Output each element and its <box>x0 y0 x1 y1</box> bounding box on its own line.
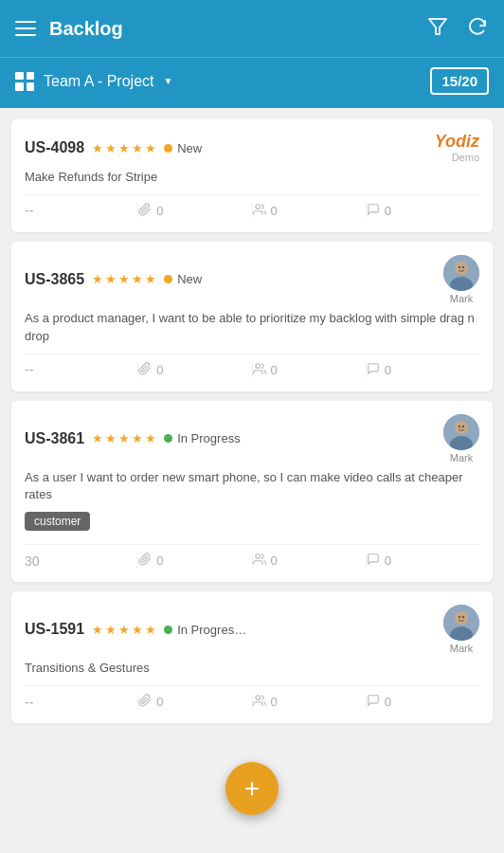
backlog-list: US-4098 ★★★★★ New Yodiz Demo Make Refund… <box>0 108 504 735</box>
comments-count: 0 <box>367 553 479 569</box>
project-name: Team A - Project <box>44 73 154 90</box>
status-dot <box>164 434 172 443</box>
tasks-value: 0 <box>271 204 278 218</box>
avatar <box>443 605 479 641</box>
card-id: US-3865 <box>25 271 84 288</box>
assignee-avatar: Mark <box>443 255 479 304</box>
avatar <box>443 255 479 291</box>
comments-value: 0 <box>385 695 391 709</box>
card-item[interactable]: US-4098 ★★★★★ New Yodiz Demo Make Refund… <box>11 119 493 232</box>
card-header: US-1591 ★★★★★ In Progres… Mark <box>25 605 479 654</box>
card-description: Transitions & Gestures <box>25 660 479 678</box>
status-text: New <box>177 141 202 155</box>
comments-count: 0 <box>367 694 479 710</box>
sub-header: Team A - Project ▼ 15/20 <box>0 57 504 108</box>
story-points-value: 30 <box>25 554 40 569</box>
comments-icon <box>367 694 380 710</box>
comments-value: 0 <box>385 204 391 218</box>
filter-icon[interactable] <box>426 15 449 42</box>
svg-point-15 <box>455 611 468 625</box>
story-points: -- <box>25 695 137 710</box>
attachment-icon <box>138 362 152 378</box>
tasks-icon <box>253 553 266 569</box>
card-description: As a user I want to order new smart phon… <box>25 469 479 505</box>
status-text: In Progress <box>177 431 240 445</box>
svg-point-11 <box>459 425 460 426</box>
svg-point-6 <box>462 266 464 268</box>
card-header: US-4098 ★★★★★ New Yodiz Demo <box>25 133 479 163</box>
comments-icon <box>367 203 380 219</box>
attachment-value: 0 <box>156 363 163 377</box>
comments-value: 0 <box>385 554 391 568</box>
story-points: 30 <box>25 554 137 569</box>
attachment-value: 0 <box>156 204 163 218</box>
comments-count: 0 <box>367 362 479 378</box>
attachment-value: 0 <box>156 695 163 709</box>
attachment-icon <box>138 694 152 710</box>
svg-point-9 <box>455 421 468 434</box>
card-id: US-4098 <box>25 139 84 156</box>
status-badge: New <box>164 141 202 155</box>
comments-count: 0 <box>367 203 479 219</box>
project-selector[interactable]: Team A - Project ▼ <box>15 72 172 91</box>
status-badge: In Progress <box>164 431 240 445</box>
card-tag: customer <box>25 512 90 531</box>
card-item[interactable]: US-3865 ★★★★★ New Mark As a product mana… <box>11 242 493 391</box>
attachments-count: 0 <box>138 203 251 219</box>
card-id: US-3861 <box>25 430 84 447</box>
assignee-name: Mark <box>450 452 473 463</box>
status-dot <box>164 626 172 634</box>
sprint-counter: 15/20 <box>430 67 489 95</box>
svg-point-13 <box>255 554 260 559</box>
svg-point-12 <box>462 425 464 426</box>
card-stars: ★★★★★ <box>92 431 156 445</box>
menu-icon[interactable] <box>15 21 36 36</box>
tasks-icon <box>253 362 266 378</box>
comments-icon <box>367 362 380 378</box>
tasks-value: 0 <box>271 695 278 709</box>
card-footer: -- 0 0 0 <box>25 685 479 710</box>
page-title: Backlog <box>49 18 426 40</box>
card-id-section: US-4098 ★★★★★ New <box>25 139 202 156</box>
attachments-count: 0 <box>138 553 251 569</box>
status-dot <box>164 275 172 283</box>
card-stars: ★★★★★ <box>92 141 156 155</box>
story-points: -- <box>25 203 137 218</box>
story-points: -- <box>25 362 137 377</box>
card-id-section: US-3861 ★★★★★ In Progress <box>25 430 241 447</box>
tasks-count: 0 <box>253 203 366 219</box>
attachment-icon <box>138 553 152 569</box>
svg-point-1 <box>255 205 260 209</box>
svg-point-3 <box>455 262 468 275</box>
card-stars: ★★★★★ <box>92 623 156 637</box>
card-id-section: US-3865 ★★★★★ New <box>25 271 202 288</box>
card-header: US-3865 ★★★★★ New Mark <box>25 255 479 304</box>
refresh-icon[interactable] <box>466 15 489 42</box>
grid-icon <box>15 72 34 91</box>
tasks-value: 0 <box>271 554 278 568</box>
tasks-icon <box>253 694 266 710</box>
comments-icon <box>367 553 380 569</box>
tasks-count: 0 <box>253 694 366 710</box>
card-item[interactable]: US-1591 ★★★★★ In Progres… Mark Transitio… <box>11 591 493 723</box>
attachments-count: 0 <box>138 694 251 710</box>
card-id-section: US-1591 ★★★★★ In Progres… <box>25 621 246 638</box>
dropdown-arrow-icon: ▼ <box>164 76 173 86</box>
story-points-value: -- <box>25 203 33 218</box>
add-fab-button[interactable]: + <box>225 762 279 815</box>
card-item[interactable]: US-3861 ★★★★★ In Progress Mark As a user… <box>11 401 493 583</box>
assignee-avatar: Mark <box>443 605 479 654</box>
card-footer: -- 0 0 0 <box>25 194 479 219</box>
assignee-name: Mark <box>450 293 473 304</box>
card-footer: 30 0 0 0 <box>25 544 479 569</box>
status-badge: In Progres… <box>164 623 246 637</box>
svg-point-7 <box>255 363 260 368</box>
tasks-value: 0 <box>271 363 278 377</box>
status-text: In Progres… <box>177 623 246 637</box>
story-points-value: -- <box>25 362 33 377</box>
status-dot <box>164 144 172 153</box>
status-text: New <box>177 272 202 286</box>
tasks-count: 0 <box>253 553 366 569</box>
svg-marker-0 <box>429 19 446 34</box>
svg-point-18 <box>462 616 464 618</box>
